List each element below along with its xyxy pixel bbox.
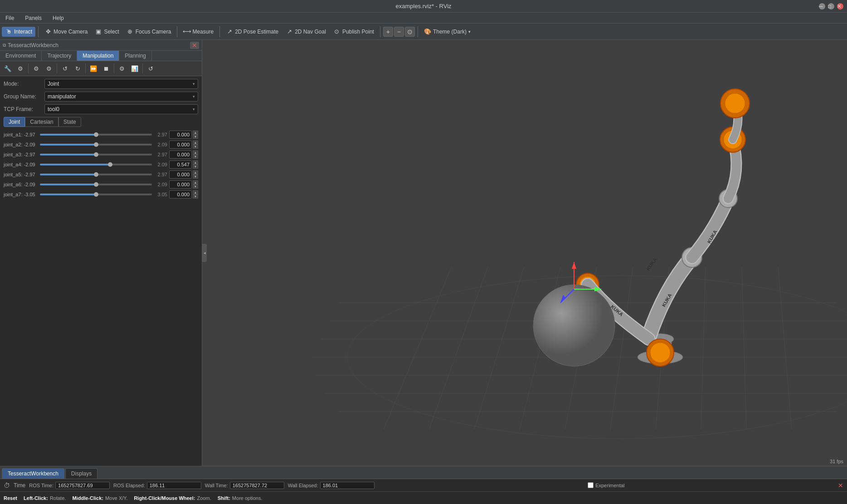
focus-camera-button[interactable]: ⊕ Focus Camera <box>123 27 175 37</box>
move-camera-button[interactable]: ✥ Move Camera <box>41 27 91 37</box>
icon-btn-5[interactable]: ↺ <box>59 63 71 74</box>
icon-btn-1[interactable]: 🔧 <box>2 63 14 74</box>
zoom-in-button[interactable]: + <box>383 27 393 37</box>
sub-tab-state[interactable]: State <box>58 117 81 127</box>
joint-spin-down-6[interactable]: ▼ <box>193 194 198 199</box>
viewport[interactable]: KUKA KUKA KUKA <box>202 40 847 466</box>
joint-label-4: joint_a5: -2.97 <box>4 172 40 177</box>
joint-slider-container-2 <box>40 150 152 159</box>
joint-list: joint_a1: -2.972.97▲▼joint_a2: -2.092.09… <box>4 131 198 199</box>
joint-value-input-2[interactable] <box>169 150 192 159</box>
joint-spin-down-4[interactable]: ▼ <box>193 174 198 179</box>
joint-slider-5[interactable] <box>40 184 152 185</box>
joint-value-input-6[interactable] <box>169 190 192 199</box>
menu-help[interactable]: Help <box>51 14 66 22</box>
group-name-dropdown-icon: ▾ <box>193 94 195 99</box>
joint-value-input-0[interactable] <box>169 131 192 139</box>
svg-line-10 <box>474 267 524 430</box>
zoom-out-button[interactable]: − <box>394 27 404 37</box>
joint-value-input-4[interactable] <box>169 170 192 179</box>
hint-reset[interactable]: Reset <box>4 495 17 501</box>
icon-btn-9[interactable]: ⚙ <box>116 63 128 74</box>
icon-btn-4[interactable]: ⚙ <box>43 63 55 74</box>
panel-title-container: ⧉ TesseractWorkbench <box>3 42 58 48</box>
group-name-value[interactable]: manipulator ▾ <box>44 92 198 102</box>
joint-spin-down-2[interactable]: ▼ <box>193 155 198 159</box>
theme-button[interactable]: 🎨 Theme (Dark) ▾ <box>421 27 474 37</box>
joint-value-input-3[interactable] <box>169 160 192 169</box>
joint-slider-3[interactable] <box>40 164 152 165</box>
tab-planning[interactable]: Planning <box>119 51 152 61</box>
joint-spin-down-5[interactable]: ▼ <box>193 184 198 189</box>
svg-marker-39 <box>572 262 576 269</box>
joint-slider-1[interactable] <box>40 144 152 145</box>
select-label: Select <box>104 29 119 35</box>
hint-left-click-action: Rotate. <box>50 495 66 501</box>
panel-close-button[interactable]: ✕ <box>190 42 199 49</box>
mode-value[interactable]: Joint ▾ <box>44 79 198 89</box>
joint-spin-down-1[interactable]: ▼ <box>193 145 198 149</box>
bottom-tab-displays[interactable]: Displays <box>65 468 97 479</box>
publish-point-button[interactable]: ⊙ Publish Point <box>330 27 377 37</box>
select-button[interactable]: ▣ Select <box>92 27 122 37</box>
theme-dropdown-icon: ▾ <box>468 29 471 34</box>
experimental-checkbox[interactable] <box>588 482 594 488</box>
maximize-button[interactable]: □ <box>828 3 834 10</box>
menu-panels[interactable]: Panels <box>23 14 44 22</box>
icon-btn-refresh[interactable]: ↺ <box>145 63 156 74</box>
joint-slider-container-5 <box>40 180 152 189</box>
wall-time-input[interactable] <box>230 482 284 489</box>
joint-spin-up-2[interactable]: ▲ <box>193 150 198 155</box>
tab-environment[interactable]: Environment <box>0 51 42 61</box>
nav-goal-button[interactable]: ↗ 2D Nav Goal <box>282 27 329 37</box>
joint-slider-4[interactable] <box>40 174 152 175</box>
joint-spin-up-1[interactable]: ▲ <box>193 141 198 145</box>
interact-button[interactable]: 🖱 Interact <box>2 27 35 37</box>
joint-label-3: joint_a4: -2.09 <box>4 162 40 167</box>
pose-estimate-button[interactable]: ↗ 2D Pose Estimate <box>223 27 282 37</box>
bottom-tab-tesseract[interactable]: TesseractWorkbench <box>2 468 64 479</box>
mode-row: Mode: Joint ▾ <box>4 79 198 89</box>
svg-line-16 <box>742 267 746 430</box>
tab-manipulation[interactable]: Manipulation <box>77 51 119 61</box>
measure-label: Measure <box>192 29 214 35</box>
joint-spin-down-0[interactable]: ▼ <box>193 135 198 139</box>
icon-btn-7[interactable]: ⏩ <box>88 63 99 74</box>
icon-btn-8[interactable]: ⏹ <box>100 63 112 74</box>
close-button[interactable]: ✕ <box>837 3 843 10</box>
sub-tabs: Joint Cartesian State <box>4 117 198 127</box>
statusbar-close-button[interactable]: ✕ <box>838 482 843 489</box>
joint-row-2: joint_a3: -2.972.97▲▼ <box>4 150 198 159</box>
joint-spin-up-4[interactable]: ▲ <box>193 170 198 174</box>
joint-spin-up-5[interactable]: ▲ <box>193 180 198 184</box>
joint-spin-down-3[interactable]: ▼ <box>193 165 198 169</box>
joint-slider-0[interactable] <box>40 134 152 136</box>
sub-tab-cartesian[interactable]: Cartesian <box>25 117 58 127</box>
icon-btn-2[interactable]: ⚙ <box>15 63 26 74</box>
joint-spin-up-3[interactable]: ▲ <box>193 160 198 165</box>
joint-max-5: 2.09 <box>154 182 167 187</box>
joint-slider-2[interactable] <box>40 154 152 155</box>
sub-tab-joint[interactable]: Joint <box>4 117 25 127</box>
ros-time-input[interactable] <box>55 482 110 489</box>
joint-label-5: joint_a6: -2.09 <box>4 182 40 187</box>
joint-slider-6[interactable] <box>40 194 152 195</box>
collapse-handle[interactable]: ◂ <box>202 244 207 262</box>
icon-btn-6[interactable]: ↻ <box>72 63 83 74</box>
minimize-button[interactable]: ─ <box>819 3 825 10</box>
ros-elapsed-input[interactable] <box>147 482 201 489</box>
measure-button[interactable]: ⟷ Measure <box>180 27 217 37</box>
group-name-label: Group Name: <box>4 93 44 100</box>
joint-spin-up-6[interactable]: ▲ <box>193 190 198 194</box>
nav-goal-icon: ↗ <box>286 28 293 35</box>
zoom-reset-button[interactable]: ⊙ <box>405 27 415 37</box>
icon-btn-10[interactable]: 📊 <box>129 63 141 74</box>
joint-spin-up-0[interactable]: ▲ <box>193 131 198 135</box>
icon-btn-3[interactable]: ⚙ <box>30 63 42 74</box>
wall-elapsed-input[interactable] <box>320 482 375 489</box>
joint-value-input-1[interactable] <box>169 141 192 149</box>
tab-trajectory[interactable]: Trajectory <box>42 51 77 61</box>
menu-file[interactable]: File <box>4 14 16 22</box>
joint-value-input-5[interactable] <box>169 180 192 189</box>
tcp-frame-value[interactable]: tool0 ▾ <box>44 104 198 114</box>
